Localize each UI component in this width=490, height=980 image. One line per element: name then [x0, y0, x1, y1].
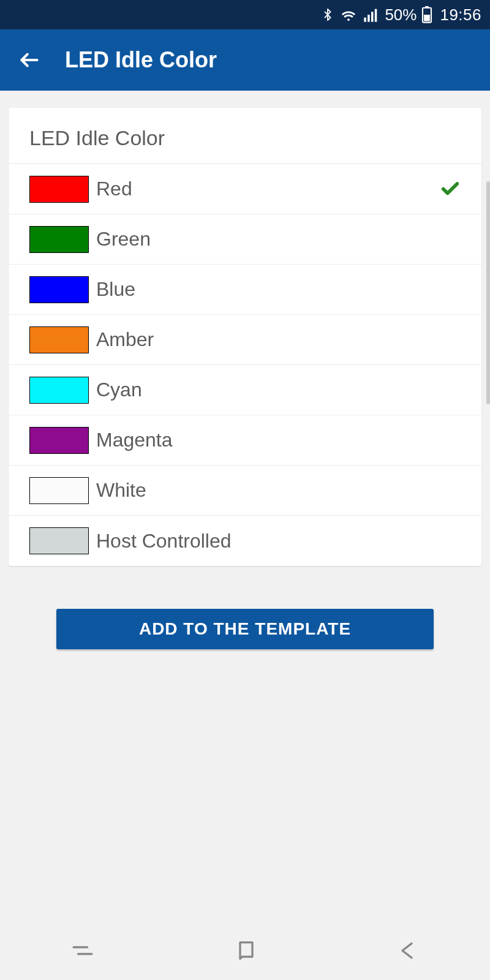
scroll-indicator — [486, 181, 490, 404]
color-swatch — [29, 527, 89, 554]
home-button[interactable] — [234, 938, 258, 963]
color-option-label: Host Controlled — [96, 530, 461, 552]
card-title: LED Idle Color — [9, 108, 481, 164]
color-option-row[interactable]: Green — [9, 214, 481, 265]
color-option-row[interactable]: Magenta — [9, 415, 481, 466]
color-swatch — [29, 477, 89, 504]
color-swatch — [29, 176, 89, 203]
bluetooth-icon — [321, 6, 334, 24]
status-time: 19:56 — [440, 6, 481, 24]
color-swatch — [29, 326, 89, 353]
app-bar: LED Idle Color — [0, 29, 490, 91]
color-option-row[interactable]: Host Controlled — [9, 516, 481, 566]
battery-icon — [421, 6, 432, 23]
recent-apps-button[interactable] — [69, 937, 96, 964]
page-title: LED Idle Color — [65, 47, 217, 73]
color-option-row[interactable]: White — [9, 466, 481, 516]
check-icon — [440, 178, 461, 201]
color-swatch — [29, 276, 89, 303]
status-bar: 50% 19:56 — [0, 0, 490, 29]
svg-rect-5 — [426, 6, 429, 8]
color-option-row[interactable]: Amber — [9, 315, 481, 365]
color-option-row[interactable]: Cyan — [9, 365, 481, 415]
svg-rect-6 — [424, 15, 431, 21]
color-option-label: Amber — [96, 328, 461, 351]
color-option-label: White — [96, 479, 461, 502]
color-option-label: Blue — [96, 278, 461, 301]
svg-rect-2 — [371, 12, 374, 21]
color-swatch — [29, 427, 89, 454]
color-option-label: Red — [96, 178, 440, 200]
color-swatch — [29, 377, 89, 404]
svg-rect-1 — [368, 15, 371, 22]
back-button[interactable] — [11, 48, 48, 72]
navigation-bar — [0, 921, 490, 980]
color-option-row[interactable]: Blue — [9, 265, 481, 315]
color-option-row[interactable]: Red — [9, 164, 481, 214]
signal-icon — [363, 6, 380, 23]
battery-percent: 50% — [385, 6, 417, 24]
color-swatch — [29, 226, 89, 253]
add-to-template-button[interactable]: ADD TO THE TEMPLATE — [56, 609, 434, 649]
back-nav-button[interactable] — [396, 938, 421, 963]
options-card: LED Idle Color RedGreenBlueAmberCyanMage… — [9, 108, 481, 566]
svg-rect-0 — [364, 18, 367, 22]
wifi-icon — [339, 6, 358, 24]
color-option-label: Cyan — [96, 379, 461, 401]
color-option-label: Green — [96, 228, 461, 251]
svg-rect-3 — [375, 9, 377, 22]
color-option-label: Magenta — [96, 429, 461, 451]
